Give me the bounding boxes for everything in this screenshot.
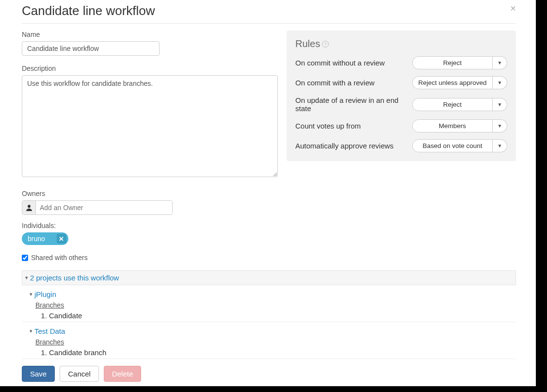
- description-label: Description: [22, 65, 278, 72]
- shared-label: Shared with others: [31, 254, 88, 261]
- rules-title: Rules: [295, 38, 320, 49]
- workflow-modal: Candidate line workflow × Name Descripti…: [0, 0, 536, 386]
- branch-item: Candidate: [49, 311, 516, 320]
- rule-value-button[interactable]: Reject unless approved: [412, 76, 493, 89]
- person-icon: [22, 201, 36, 214]
- rule-update-end-state: On update of a review in an end state Re…: [295, 96, 507, 113]
- rule-auto-approve: Automatically approve reviews Based on v…: [295, 139, 507, 152]
- chevron-down-icon[interactable]: ▼: [493, 98, 507, 111]
- help-icon[interactable]: ?: [322, 41, 329, 48]
- rule-count-votes: Count votes up from Members ▼: [295, 119, 507, 132]
- chevron-down-icon[interactable]: ▼: [493, 76, 507, 89]
- project-item: ▾ Test Data Branches Candidate branch: [22, 322, 516, 359]
- branch-item: Candidate branch: [49, 348, 516, 357]
- projects-summary-link[interactable]: 2 projects use this workflow: [30, 274, 119, 282]
- rule-value-button[interactable]: Based on vote count: [412, 139, 493, 152]
- project-link[interactable]: jPlugin: [34, 290, 56, 298]
- chevron-down-icon: ▾: [25, 275, 28, 281]
- chevron-down-icon[interactable]: ▾: [30, 328, 32, 334]
- rule-value-button[interactable]: Reject: [412, 98, 493, 111]
- owners-label: Owners: [22, 190, 516, 197]
- rule-value-button[interactable]: Members: [412, 119, 493, 132]
- save-button[interactable]: Save: [22, 366, 55, 382]
- chevron-down-icon[interactable]: ▼: [493, 119, 507, 132]
- branches-label: Branches: [35, 338, 64, 346]
- owner-tag: bruno ✕: [22, 232, 68, 245]
- name-input[interactable]: [22, 41, 160, 56]
- shared-checkbox[interactable]: [22, 255, 28, 261]
- chevron-down-icon[interactable]: ▼: [493, 56, 507, 69]
- modal-header: Candidate line workflow ×: [22, 0, 516, 24]
- chevron-down-icon[interactable]: ▼: [493, 139, 507, 152]
- remove-owner-icon[interactable]: ✕: [57, 234, 66, 244]
- description-input[interactable]: [22, 75, 278, 177]
- owner-name: bruno: [28, 235, 45, 243]
- rule-value-button[interactable]: Reject: [412, 56, 493, 69]
- delete-button[interactable]: Delete: [104, 366, 141, 382]
- branches-label: Branches: [35, 301, 64, 309]
- cancel-button[interactable]: Cancel: [60, 366, 99, 382]
- owners-input[interactable]: [36, 201, 172, 214]
- chevron-down-icon[interactable]: ▾: [30, 291, 32, 297]
- name-label: Name: [22, 31, 278, 38]
- close-icon[interactable]: ×: [510, 3, 516, 13]
- rule-commit-with-review: On commit with a review Reject unless ap…: [295, 76, 507, 89]
- rule-commit-without-review: On commit without a review Reject ▼: [295, 56, 507, 69]
- project-link[interactable]: Test Data: [34, 327, 65, 335]
- rules-panel: Rules ? On commit without a review Rejec…: [287, 31, 516, 161]
- projects-toggle[interactable]: ▾ 2 projects use this workflow: [22, 270, 516, 285]
- page-title: Candidate line workflow: [22, 3, 155, 18]
- individuals-label: Individuals:: [22, 222, 516, 229]
- project-item: ▾ jPlugin Branches Candidate: [22, 285, 516, 322]
